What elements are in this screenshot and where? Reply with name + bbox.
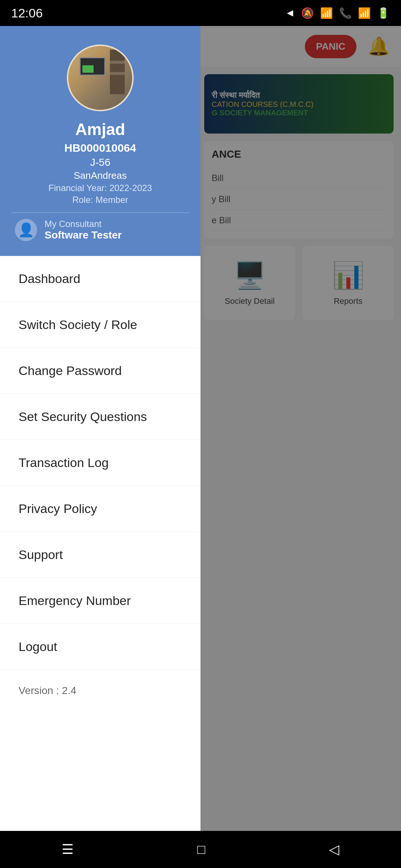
menu-item-emergency-number[interactable]: Emergency Number: [0, 578, 200, 624]
society-detail-label: Society Detail: [225, 296, 275, 306]
menu-item-transaction-log[interactable]: Transaction Log: [0, 440, 200, 486]
reports-icon: 📊: [332, 260, 364, 290]
menu-item-support[interactable]: Support: [0, 532, 200, 578]
banner-line2: CATION COURSES (C.M.C.C): [212, 100, 386, 109]
reports-tile[interactable]: 📊 Reports: [303, 246, 394, 320]
finance-title: ANCE: [212, 148, 386, 160]
user-society: SanAndreas: [74, 170, 127, 181]
bill-item-3[interactable]: e Bill: [212, 210, 386, 231]
shelf-decoration: [110, 50, 125, 94]
wifi-icon: 📶: [320, 7, 333, 19]
menu-item-change-password[interactable]: Change Password: [0, 348, 200, 394]
society-detail-tile[interactable]: 🖥️ Society Detail: [204, 246, 295, 320]
reports-label: Reports: [334, 296, 362, 306]
tile-row: 🖥️ Society Detail 📊 Reports: [204, 246, 394, 320]
status-icons: ◄ 🔕 📶 📞 📶 🔋: [285, 7, 390, 19]
navigation-drawer: Amjad HB000010064 J-56 SanAndreas Financ…: [0, 26, 200, 868]
status-time: 12:06: [11, 6, 43, 20]
back-nav-button[interactable]: ◁: [329, 842, 339, 857]
mute-icon: 🔕: [301, 7, 314, 19]
right-content: PANIC 🔔 री संस्था मर्यादित CATION COURSE…: [197, 26, 401, 868]
banner-area: री संस्था मर्यादित CATION COURSES (C.M.C…: [204, 74, 394, 134]
back-icon: ◄: [285, 7, 295, 19]
status-bar: 12:06 ◄ 🔕 📶 📞 📶 🔋: [0, 0, 401, 26]
avatar[interactable]: [67, 45, 134, 111]
consultant-info: My Consultant Software Tester: [45, 219, 122, 241]
signal-icon: 📶: [358, 7, 371, 19]
top-bar: PANIC 🔔: [197, 26, 401, 67]
call-icon: 📞: [339, 7, 352, 19]
menu-item-privacy-policy[interactable]: Privacy Policy: [0, 486, 200, 532]
menu-nav-button[interactable]: ☰: [62, 842, 74, 857]
menu-item-logout[interactable]: Logout: [0, 624, 200, 670]
home-nav-button[interactable]: □: [197, 842, 205, 857]
profile-image: [68, 46, 132, 110]
bill-item-2[interactable]: y Bill: [212, 189, 386, 210]
divider: [11, 213, 189, 213]
panic-button[interactable]: PANIC: [305, 35, 356, 58]
consultant-label: My Consultant: [45, 219, 122, 229]
user-name: Amjad: [75, 120, 125, 139]
menu-list: Dashboard Switch Society / Role Change P…: [0, 256, 200, 868]
society-detail-icon: 🖥️: [234, 260, 266, 290]
user-flat: J-56: [90, 157, 110, 168]
user-id: HB000010064: [64, 142, 136, 154]
user-role: Role: Member: [72, 195, 128, 205]
battery-icon: 🔋: [377, 7, 390, 19]
bottom-nav: ☰ □ ◁: [0, 831, 401, 868]
menu-item-switch-society[interactable]: Switch Society / Role: [0, 302, 200, 348]
menu-item-dashboard[interactable]: Dashboard: [0, 256, 200, 302]
banner-line1: री संस्था मर्यादित: [212, 91, 386, 100]
consultant-row: 👤 My Consultant Software Tester: [11, 219, 189, 241]
user-financial-year: Financial Year: 2022-2023: [49, 183, 152, 193]
menu-item-security-questions[interactable]: Set Security Questions: [0, 394, 200, 440]
drawer-header: Amjad HB000010064 J-56 SanAndreas Financ…: [0, 26, 200, 256]
bill-item-1[interactable]: Bill: [212, 168, 386, 189]
picture-decoration: [79, 57, 105, 76]
version-text: Version : 2.4: [0, 670, 200, 711]
bell-icon[interactable]: 🔔: [368, 36, 390, 57]
banner-line3: G SOCIETY MANAGEMENT: [212, 109, 386, 117]
finance-section: ANCE Bill y Bill e Bill: [204, 141, 394, 239]
consultant-avatar-icon: 👤: [15, 219, 37, 241]
consultant-name: Software Tester: [45, 229, 122, 241]
